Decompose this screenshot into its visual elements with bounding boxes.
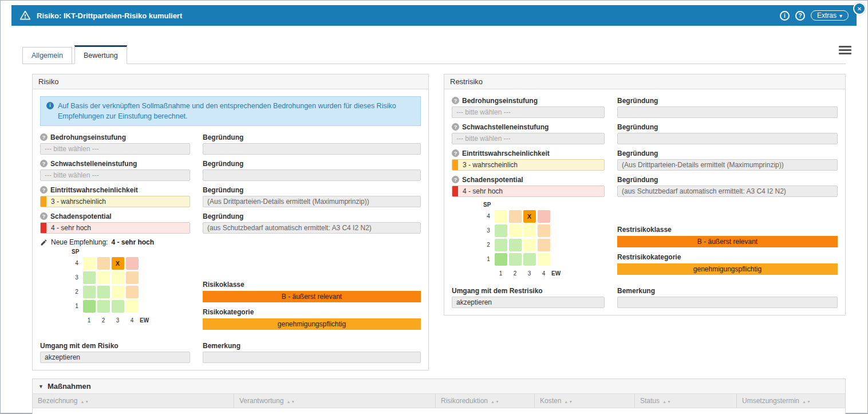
column-header-verantwortung[interactable]: Verantwortung▲▼: [234, 394, 436, 408]
column-header-bezeichnung[interactable]: Bezeichnung▲▼: [33, 394, 234, 408]
begruendung-label: Begründung: [617, 149, 838, 157]
rest-schwachstelleneinstufung-label: ? Schwachstelleneinstufung: [452, 123, 605, 131]
column-header-kosten[interactable]: Kosten▲▼: [535, 394, 635, 408]
matrix-col-label: 2: [102, 317, 105, 324]
matrix-col-label: 1: [499, 270, 503, 277]
rest-schadenspotential-label: ? Schadenspotential: [452, 175, 605, 184]
ew-begruendung-input: (Aus Drittparteien-Details ermittelt (Ma…: [203, 196, 421, 207]
extras-button[interactable]: Extras ▾: [811, 10, 849, 21]
matrix-cell: [495, 224, 507, 237]
sort-icons: ▲▼: [564, 400, 573, 404]
matrix-cell: [126, 271, 139, 284]
sort-icons: ▲▼: [286, 400, 295, 404]
rest-ew-begruendung-input: (Aus Drittparteien-Details ermittelt (Ma…: [617, 159, 838, 171]
schwachstellen-begruendung-input: [203, 169, 421, 181]
begruendung-label: Begründung: [203, 159, 421, 168]
tab-allgemein[interactable]: Allgemein: [22, 47, 72, 64]
restrisiko-panel: Restrisiko ? Bedrohungseinstufung --- bi…: [444, 74, 846, 316]
begruendung-label: Begründung: [203, 186, 421, 194]
close-icon: ✕: [857, 6, 862, 12]
schadenspotential-label: ? Schadenspotential: [40, 212, 190, 220]
matrix-cell: [538, 224, 550, 237]
eintrittswahrscheinlichkeit-label: ? Eintrittswahrscheinlichkeit: [40, 186, 190, 194]
massnahmen-title: Maßnahmen: [48, 382, 91, 391]
matrix-row-label: 4: [487, 213, 490, 219]
column-header-status[interactable]: Status▲▼: [635, 394, 737, 408]
matrix-cell: [538, 253, 550, 266]
titlebar: Risiko: IKT-Drittparteien-Risiko kumulie…: [11, 5, 857, 26]
main-content: Risiko i Auf Basis der verknüpften Sollm…: [32, 74, 846, 414]
matrix-cell: [523, 253, 536, 266]
collapse-icon: ▼: [38, 384, 44, 389]
risikokategorie-label: Risikokategorie: [203, 308, 421, 316]
matrix-col-label: 3: [528, 270, 531, 277]
matrix-cell: [83, 257, 96, 270]
field-help-icon[interactable]: ?: [452, 149, 459, 157]
sort-icons: ▲▼: [802, 400, 811, 404]
info-circle-icon[interactable]: i: [780, 11, 790, 21]
restrisiko-panel-title: Restrisiko: [444, 74, 845, 89]
restrisikoklasse-value: B - äußerst relevant: [617, 236, 838, 247]
massnahmen-header[interactable]: ▼ Maßnahmen: [33, 379, 845, 394]
massnahmen-table-header: Bezeichnung▲▼Verantwortung▲▼Risikoredukt…: [33, 394, 845, 408]
field-help-icon[interactable]: ?: [40, 160, 48, 167]
bemerkung-input: [203, 352, 421, 363]
risiko-panel-title: Risiko: [33, 74, 428, 89]
matrix-row-label: 1: [75, 303, 78, 309]
risiko-fields: ? Bedrohungseinstufung --- bitte wählen …: [40, 133, 421, 234]
rest-bemerkung-label: Bemerkung: [617, 286, 838, 295]
matrix-row-label: 3: [75, 274, 78, 281]
matrix-cell: [112, 271, 124, 284]
rest-umgang-label: Umgang mit dem Restrisiko: [452, 286, 605, 295]
field-help-icon[interactable]: ?: [452, 123, 459, 131]
sort-icons: ▲▼: [491, 400, 500, 404]
matrix-cell: [538, 239, 550, 251]
matrix-cell: [126, 257, 139, 270]
rest-eintrittswahrscheinlichkeit-select[interactable]: 3 - wahrscheinlich: [452, 159, 605, 171]
matrix-cell: [97, 300, 110, 313]
matrix-x-axis-label: EW: [139, 317, 149, 324]
matrix-cell: [97, 271, 110, 284]
info-text: Auf Basis der verknüpften Sollmaßnahme u…: [58, 101, 415, 121]
rest-bedrohungseinstufung-label: ? Bedrohungseinstufung: [452, 96, 605, 105]
matrix-marker-cell: X: [112, 257, 124, 270]
extras-label: Extras: [817, 11, 837, 19]
matrix-y-axis-label: SP: [72, 249, 190, 255]
column-header-risikoreduktion[interactable]: Risikoreduktion▲▼: [436, 394, 535, 408]
matrix-cell: [97, 257, 110, 270]
matrix-cell: [509, 224, 522, 237]
tab-bewertung[interactable]: Bewertung: [74, 45, 127, 64]
view-options-button[interactable]: [839, 44, 851, 56]
massnahmen-section: ▼ Maßnahmen Bezeichnung▲▼Verantwortung▲▼…: [32, 378, 846, 414]
bedrohung-begruendung-input: [203, 143, 421, 155]
field-help-icon[interactable]: ?: [452, 97, 459, 104]
eintrittswahrscheinlichkeit-select[interactable]: 3 - wahrscheinlich: [40, 196, 190, 207]
schadenspotential-select[interactable]: 4 - sehr hoch: [40, 222, 190, 234]
begruendung-label: Begründung: [203, 133, 421, 141]
umgang-select[interactable]: akzeptieren: [40, 352, 190, 363]
matrix-cell: [83, 300, 96, 313]
sort-icons: ▲▼: [80, 400, 89, 404]
bedrohungseinstufung-select: --- bitte wählen ---: [40, 143, 190, 155]
matrix-row-label: 3: [487, 227, 490, 234]
matrix-cell: [538, 210, 550, 223]
field-help-icon[interactable]: ?: [40, 212, 48, 220]
matrix-row-label: 4: [75, 260, 78, 266]
help-circle-icon[interactable]: ?: [795, 11, 805, 21]
field-help-icon[interactable]: ?: [452, 176, 459, 183]
neue-empfehlung: Neue Empfehlung: 4 - sehr hoch: [40, 238, 421, 246]
rest-schadenspotential-select[interactable]: 4 - sehr hoch: [452, 186, 605, 197]
field-help-icon[interactable]: ?: [40, 186, 48, 194]
rest-umgang-select[interactable]: akzeptieren: [452, 297, 605, 308]
close-button[interactable]: ✕: [853, 2, 866, 15]
matrix-cell: [83, 286, 96, 298]
column-header-umsetzungstermin[interactable]: Umsetzungstermin▲▼: [737, 394, 845, 408]
field-help-icon[interactable]: ?: [40, 133, 48, 141]
rest-sp-begruendung-input: (aus Schutzbedarf automatisch ermittelt:…: [617, 186, 838, 197]
restrisiko-fields: ? Bedrohungseinstufung --- bitte wählen …: [452, 96, 838, 197]
risk-dialog-window: Risiko: IKT-Drittparteien-Risiko kumulie…: [0, 0, 868, 414]
risk-warning-icon: [19, 10, 31, 21]
matrix-cell: [509, 253, 522, 266]
begruendung-label: Begründung: [617, 123, 838, 131]
schwachstelleneinstufung-label: ? Schwachstelleneinstufung: [40, 159, 190, 168]
